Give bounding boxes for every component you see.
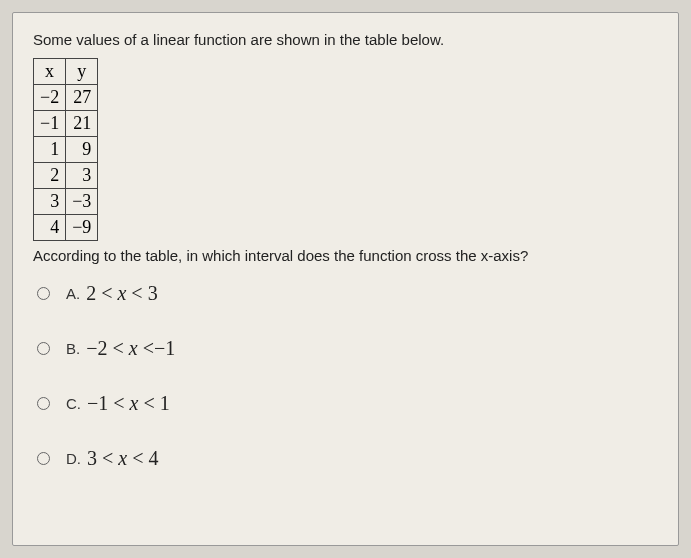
table-cell: −2 xyxy=(34,85,66,111)
question-intro-text: Some values of a linear function are sho… xyxy=(33,31,658,48)
option-b[interactable]: B. −2 < x <−1 xyxy=(33,337,658,360)
option-d-label: D. xyxy=(66,450,81,467)
table-cell: 4 xyxy=(34,215,66,241)
table-cell: 9 xyxy=(66,137,98,163)
table-row: 3 −3 xyxy=(34,189,98,215)
table-cell: 21 xyxy=(66,111,98,137)
option-d[interactable]: D. 3 < x < 4 xyxy=(33,447,658,470)
radio-icon[interactable] xyxy=(37,397,50,410)
option-c-math: −1 < x < 1 xyxy=(87,392,170,415)
table-row: 2 3 xyxy=(34,163,98,189)
option-b-math: −2 < x <−1 xyxy=(86,337,175,360)
table-header-y: y xyxy=(66,59,98,85)
radio-icon[interactable] xyxy=(37,287,50,300)
question-followup-text: According to the table, in which interva… xyxy=(33,247,658,264)
table-cell: −3 xyxy=(66,189,98,215)
table-header-x: x xyxy=(34,59,66,85)
radio-icon[interactable] xyxy=(37,452,50,465)
table-row: −2 27 xyxy=(34,85,98,111)
table-cell: 3 xyxy=(34,189,66,215)
option-b-label: B. xyxy=(66,340,80,357)
table-cell: 3 xyxy=(66,163,98,189)
question-container: Some values of a linear function are sho… xyxy=(12,12,679,546)
option-a[interactable]: A. 2 < x < 3 xyxy=(33,282,658,305)
data-table: x y −2 27 −1 21 1 9 2 3 3 −3 xyxy=(33,58,98,241)
option-a-math: 2 < x < 3 xyxy=(86,282,157,305)
radio-icon[interactable] xyxy=(37,342,50,355)
option-c-label: C. xyxy=(66,395,81,412)
table-row: −1 21 xyxy=(34,111,98,137)
table-cell: 2 xyxy=(34,163,66,189)
table-cell: −1 xyxy=(34,111,66,137)
table-cell: 27 xyxy=(66,85,98,111)
table-cell: −9 xyxy=(66,215,98,241)
option-a-label: A. xyxy=(66,285,80,302)
option-c[interactable]: C. −1 < x < 1 xyxy=(33,392,658,415)
option-d-math: 3 < x < 4 xyxy=(87,447,158,470)
table-row: 4 −9 xyxy=(34,215,98,241)
table-header-row: x y xyxy=(34,59,98,85)
table-cell: 1 xyxy=(34,137,66,163)
table-row: 1 9 xyxy=(34,137,98,163)
table-body: −2 27 −1 21 1 9 2 3 3 −3 4 −9 xyxy=(34,85,98,241)
